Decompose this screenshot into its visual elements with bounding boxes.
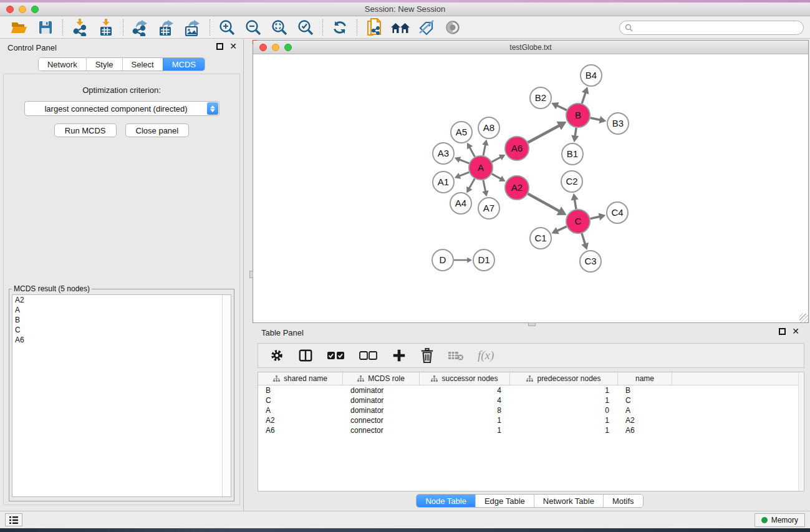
zoom-fit-button[interactable] bbox=[266, 18, 292, 37]
table-cell[interactable]: 4 bbox=[420, 396, 510, 405]
function-builder-icon[interactable]: f(x) bbox=[478, 349, 494, 362]
graph-edge-A-A5[interactable] bbox=[470, 147, 475, 157]
select-all-columns-icon[interactable] bbox=[327, 349, 345, 362]
graph-node-C1[interactable]: C1 bbox=[530, 228, 551, 249]
export-table-button[interactable] bbox=[153, 18, 180, 37]
table-cell[interactable]: A6 bbox=[618, 426, 672, 435]
network-canvas[interactable]: B4B2BB3A8A5A6A3B1AA1C2A2A4A7C4CC1DD1C3 bbox=[253, 54, 808, 322]
table-cell[interactable]: 1 bbox=[510, 426, 618, 435]
import-network-button[interactable] bbox=[67, 18, 93, 37]
table-cell[interactable]: A6 bbox=[258, 426, 343, 435]
tab-mcds[interactable]: MCDS bbox=[163, 58, 205, 70]
graph-edge-C-C3[interactable] bbox=[582, 233, 586, 244]
table-cell[interactable]: C bbox=[258, 396, 343, 405]
apply-layout-button[interactable] bbox=[327, 18, 353, 37]
table-row[interactable]: A2connector11A2 bbox=[258, 415, 804, 425]
graph-node-A7[interactable]: A7 bbox=[478, 198, 499, 219]
tab-style[interactable]: Style bbox=[86, 58, 122, 70]
close-table-panel-icon[interactable]: ✕ bbox=[792, 328, 799, 335]
table-cell[interactable]: 8 bbox=[420, 406, 510, 415]
result-list-scrollbar[interactable] bbox=[222, 295, 231, 496]
table-cell[interactable]: A bbox=[618, 406, 672, 415]
tab-node-table[interactable]: Node Table bbox=[417, 495, 475, 507]
graph-node-B4[interactable]: B4 bbox=[581, 65, 602, 86]
new-network-from-selection-button[interactable] bbox=[361, 18, 387, 37]
table-cell[interactable]: connector bbox=[343, 426, 420, 435]
table-cell[interactable]: A2 bbox=[618, 416, 672, 425]
run-mcds-button[interactable]: Run MCDS bbox=[54, 123, 117, 137]
float-table-panel-icon[interactable] bbox=[779, 328, 786, 335]
graph-node-C[interactable]: C bbox=[566, 210, 590, 233]
graph-node-C4[interactable]: C4 bbox=[607, 202, 628, 223]
column-header-shared-name[interactable]: shared name bbox=[258, 372, 343, 385]
graph-node-C3[interactable]: C3 bbox=[580, 251, 601, 272]
graph-edge-C-C1[interactable] bbox=[556, 226, 566, 231]
save-session-button[interactable] bbox=[32, 18, 59, 37]
close-panel-button[interactable]: Close panel bbox=[125, 123, 190, 137]
tab-network[interactable]: Network bbox=[39, 58, 86, 70]
graph-node-B3[interactable]: B3 bbox=[607, 113, 629, 134]
hide-labels-button[interactable] bbox=[413, 18, 440, 37]
first-neighbors-button[interactable] bbox=[387, 18, 413, 37]
table-cell[interactable]: B bbox=[618, 386, 672, 395]
graph-node-B2[interactable]: B2 bbox=[530, 87, 551, 109]
table-cell[interactable]: dominator bbox=[343, 386, 420, 395]
close-panel-icon[interactable]: ✕ bbox=[229, 43, 237, 50]
graph-edge-C-C2[interactable] bbox=[574, 199, 576, 210]
show-column-panel-icon[interactable] bbox=[298, 348, 313, 363]
tab-motifs[interactable]: Motifs bbox=[603, 495, 643, 507]
network-window-titlebar[interactable]: testGlobe.txt bbox=[253, 41, 808, 54]
graph-node-A1[interactable]: A1 bbox=[433, 172, 454, 193]
table-scrollbar[interactable] bbox=[798, 372, 804, 491]
graph-edge-A6-B[interactable] bbox=[528, 125, 560, 143]
graph-node-B[interactable]: B bbox=[566, 104, 590, 127]
zoom-selected-button[interactable] bbox=[292, 18, 319, 37]
graph-edge-A-A6[interactable] bbox=[492, 157, 501, 162]
show-graphics-details-button[interactable] bbox=[440, 18, 466, 37]
tab-edge-table[interactable]: Edge Table bbox=[475, 495, 534, 507]
graph-node-B1[interactable]: B1 bbox=[562, 143, 583, 165]
table-cell[interactable]: A bbox=[258, 406, 343, 415]
table-cell[interactable]: C bbox=[618, 396, 672, 405]
create-new-column-icon[interactable] bbox=[392, 348, 407, 363]
graph-node-A2[interactable]: A2 bbox=[505, 176, 529, 200]
column-header-name[interactable]: name bbox=[618, 372, 672, 385]
table-row[interactable]: Adominator80A bbox=[258, 405, 804, 415]
graph-edge-A-A3[interactable] bbox=[459, 159, 470, 163]
search-input[interactable] bbox=[633, 22, 803, 34]
zoom-in-button[interactable] bbox=[214, 18, 240, 37]
optimization-criterion-select[interactable]: largest connected component (directed) bbox=[24, 101, 219, 116]
graph-node-A4[interactable]: A4 bbox=[450, 193, 471, 214]
result-list-item[interactable]: A6 bbox=[12, 335, 231, 345]
table-cell[interactable]: B bbox=[258, 386, 343, 395]
graph-edge-C-C4[interactable] bbox=[591, 216, 600, 219]
graph-node-C2[interactable]: C2 bbox=[561, 171, 582, 192]
column-header-predecessor-nodes[interactable]: predecessor nodes bbox=[510, 372, 618, 385]
table-row[interactable]: Cdominator41C bbox=[258, 395, 804, 405]
tab-network-table[interactable]: Network Table bbox=[534, 495, 603, 507]
graph-node-A8[interactable]: A8 bbox=[478, 117, 499, 138]
task-history-button[interactable] bbox=[5, 513, 22, 526]
result-list-item[interactable]: C bbox=[12, 325, 231, 335]
table-cell[interactable]: 1 bbox=[510, 416, 618, 425]
export-image-button[interactable] bbox=[180, 18, 206, 37]
graph-node-D[interactable]: D bbox=[432, 249, 453, 271]
mcds-result-list[interactable]: A2ABCA6 bbox=[12, 294, 231, 497]
result-list-item[interactable]: A bbox=[12, 305, 231, 315]
delete-column-trash-icon[interactable] bbox=[420, 348, 434, 363]
delete-table-icon[interactable] bbox=[448, 349, 464, 362]
float-panel-icon[interactable] bbox=[216, 43, 223, 50]
import-table-button[interactable] bbox=[93, 18, 119, 37]
graph-node-A[interactable]: A bbox=[469, 156, 493, 180]
graph-node-A6[interactable]: A6 bbox=[505, 137, 529, 160]
graph-edge-A-A2[interactable] bbox=[492, 174, 502, 180]
result-list-item[interactable]: B bbox=[12, 315, 231, 325]
open-session-button[interactable] bbox=[6, 18, 32, 37]
window-resize-grip[interactable] bbox=[799, 314, 808, 322]
graph-edge-A-A4[interactable] bbox=[469, 178, 475, 189]
graph-edge-B-B3[interactable] bbox=[591, 118, 601, 120]
unselect-all-columns-icon[interactable] bbox=[359, 349, 378, 362]
graph-edge-A-A8[interactable] bbox=[483, 144, 486, 156]
column-header-MCDS-role[interactable]: MCDS role bbox=[343, 372, 420, 385]
zoom-out-button[interactable] bbox=[240, 18, 266, 37]
